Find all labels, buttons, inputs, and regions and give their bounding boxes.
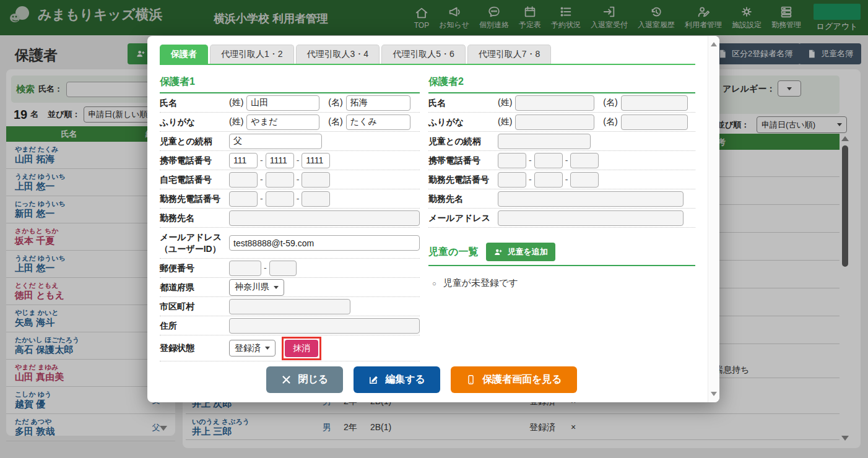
screen: みまもりキッズ横浜 横浜小学校 利用者管理 TOP お知らせ 個別連絡	[0, 0, 868, 458]
g1-kana-row: ふりがな (姓) (名)	[160, 113, 420, 132]
guardian2-heading: 保護者2	[428, 76, 695, 93]
g1-pref-row: 都道府県 神奈川県	[160, 278, 420, 297]
g1-mobile-row: 携帯電話番号 - -	[160, 151, 420, 170]
g2-mei-input[interactable]	[621, 95, 688, 111]
tab-proxy-5-6[interactable]: 代理引取人5・6	[381, 45, 466, 64]
children-list-heading-row: 児童の一覧 児童を追加	[428, 243, 695, 266]
g1-name-row: 氏名 (姓) (名)	[160, 93, 420, 113]
guardian-detail-modal: 保護者 代理引取人1・2 代理引取人3・4 代理引取人5・6 代理引取人7・8 …	[147, 36, 719, 402]
close-button[interactable]: 閉じる	[266, 366, 343, 393]
g2-name-row: 氏名 (姓) (名)	[428, 93, 695, 113]
tab-proxy-3-4[interactable]: 代理引取人3・4	[296, 45, 380, 64]
erase-button-highlight: 抹消	[282, 337, 321, 360]
erase-button[interactable]: 抹消	[285, 340, 318, 357]
g2-work3-input[interactable]	[570, 172, 599, 188]
g1-work-phone-row: 勤務先電話番号 - -	[160, 189, 420, 209]
modal-content: 保護者 代理引取人1・2 代理引取人3・4 代理引取人5・6 代理引取人7・8 …	[147, 36, 708, 402]
chevron-down-icon	[265, 347, 270, 350]
tab-guardian[interactable]: 保護者	[160, 45, 208, 64]
g2-work-phone-row: 勤務先電話番号 - -	[428, 170, 695, 189]
g1-home2-input[interactable]	[266, 172, 294, 188]
g2-relation-row: 児童との続柄	[428, 132, 695, 151]
g2-kana-row: ふりがな (姓) (名)	[428, 113, 695, 132]
g2-sei-input[interactable]	[515, 95, 594, 111]
bullet-circle-icon: ○	[432, 280, 436, 287]
g1-mobile3-input[interactable]	[302, 153, 330, 168]
add-child-button[interactable]: 児童を追加	[486, 243, 555, 261]
g1-pref-select[interactable]: 神奈川県	[229, 279, 284, 296]
edit-pencil-icon	[368, 374, 379, 385]
tab-underline	[160, 64, 695, 65]
g1-email-input[interactable]	[229, 235, 420, 251]
g2-sei-kana-input[interactable]	[515, 114, 594, 130]
g2-relation-input[interactable]	[498, 134, 591, 149]
close-x-icon	[281, 374, 292, 385]
g1-postal1-input[interactable]	[229, 261, 261, 276]
g1-home-phone-row: 自宅電話番号 - -	[160, 170, 420, 189]
g2-mobile1-input[interactable]	[498, 153, 526, 168]
g1-work2-input[interactable]	[266, 191, 294, 207]
chevron-down-icon	[274, 286, 279, 289]
g2-mobile-row: 携帯電話番号 - -	[428, 151, 695, 170]
g1-work-name-input[interactable]	[229, 210, 420, 226]
g1-mobile2-input[interactable]	[266, 153, 294, 168]
g1-work3-input[interactable]	[302, 191, 330, 207]
modal-scroll-up[interactable]	[711, 42, 717, 46]
g1-home3-input[interactable]	[302, 172, 330, 188]
g1-sei-input[interactable]	[246, 95, 319, 111]
g1-relation-row: 児童との続柄	[160, 132, 420, 151]
person-add-icon	[493, 248, 503, 257]
children-empty-message: ○ 児童が未登録です	[428, 277, 695, 289]
g1-reg-status-select[interactable]: 登録済	[229, 340, 276, 356]
g1-email-row: メールアドレス（ユーザーID）	[160, 228, 420, 259]
g1-address-input[interactable]	[229, 318, 420, 334]
children-list-heading: 児童の一覧	[428, 246, 478, 259]
g1-mei-kana-input[interactable]	[346, 114, 410, 130]
g1-mei-input[interactable]	[346, 95, 410, 111]
g1-relation-input[interactable]	[229, 134, 322, 149]
modal-scrollbar[interactable]	[708, 36, 719, 402]
g2-mei-kana-input[interactable]	[621, 114, 688, 130]
g2-work1-input[interactable]	[498, 172, 526, 188]
g1-home1-input[interactable]	[229, 172, 258, 188]
guardian2-section: 保護者2 氏名 (姓) (名) ふりがな (姓) (名)	[428, 76, 695, 361]
g1-postal2-input[interactable]	[269, 261, 297, 276]
g1-postal-row: 郵便番号 -	[160, 259, 420, 278]
g1-address-row: 住所	[160, 316, 420, 335]
g1-mobile1-input[interactable]	[229, 153, 258, 168]
g1-work-name-row: 勤務先名	[160, 209, 420, 228]
g2-mobile3-input[interactable]	[570, 153, 599, 168]
g1-reg-status-row: 登録状態 登録済 抹消	[160, 335, 420, 361]
modal-scroll-down[interactable]	[711, 392, 717, 396]
tab-proxy-1-2[interactable]: 代理引取人1・2	[210, 45, 294, 64]
view-guardian-screen-button[interactable]: 保護者画面を見る	[451, 366, 577, 393]
g2-work-name-row: 勤務先名	[428, 189, 695, 209]
guardian1-heading: 保護者1	[160, 76, 420, 93]
smartphone-icon	[466, 374, 476, 385]
g2-mobile2-input[interactable]	[534, 153, 563, 168]
g1-work1-input[interactable]	[229, 191, 258, 207]
tab-proxy-7-8[interactable]: 代理引取人7・8	[467, 45, 552, 64]
modal-tabs: 保護者 代理引取人1・2 代理引取人3・4 代理引取人5・6 代理引取人7・8	[160, 45, 695, 64]
edit-button[interactable]: 編集する	[354, 366, 440, 393]
g2-email-input[interactable]	[498, 210, 684, 226]
modal-footer: 閉じる 編集する 保護者画面を見る	[147, 366, 696, 393]
g2-work2-input[interactable]	[534, 172, 563, 188]
g1-city-input[interactable]	[229, 299, 350, 314]
guardian1-section: 保護者1 氏名 (姓) (名) ふりがな (姓) (名)	[160, 76, 420, 361]
g1-city-row: 市区町村	[160, 297, 420, 316]
g1-sei-kana-input[interactable]	[246, 114, 319, 130]
g2-email-row: メールアドレス	[428, 209, 695, 228]
g2-work-name-input[interactable]	[498, 191, 684, 207]
